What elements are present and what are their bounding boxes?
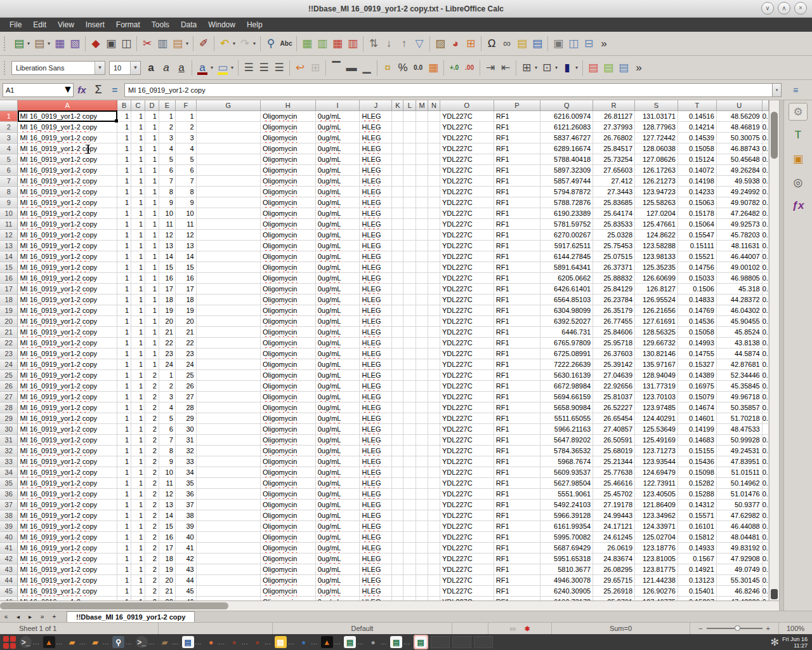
cell-L22[interactable] <box>403 337 416 348</box>
cell-S41[interactable]: 123.18776 <box>635 542 678 553</box>
last-sheet-button[interactable]: » <box>36 611 48 622</box>
row-header-34[interactable]: 34 <box>0 467 18 477</box>
cell-A40[interactable]: MI 16_0919_yor1-2 copy <box>18 531 117 542</box>
cell-K34[interactable] <box>392 467 403 477</box>
cell-N4[interactable] <box>428 143 440 154</box>
cell-H23[interactable]: Oligomycin <box>260 348 315 359</box>
cell-E43[interactable]: 19 <box>159 564 175 574</box>
cell-D7[interactable]: 1 <box>145 175 159 186</box>
cell-T36[interactable]: 0.15288 <box>678 488 716 499</box>
titlebar[interactable]: !!Dbase_MI 16_0919_yor1-2 copy.txt - Lib… <box>0 0 812 18</box>
cell-H39[interactable]: Oligomycin <box>260 521 315 531</box>
cell-R7[interactable]: 27.412 <box>593 175 635 186</box>
column-header-K[interactable]: K <box>392 100 403 110</box>
cell-D27[interactable]: 2 <box>145 391 159 402</box>
cell-G28[interactable] <box>196 402 260 413</box>
cell-M19[interactable] <box>416 305 428 315</box>
zoom-out-icon[interactable]: − <box>698 625 702 632</box>
cell-K40[interactable] <box>392 531 403 542</box>
cell-N37[interactable] <box>428 499 440 510</box>
cell-D31[interactable]: 2 <box>145 434 159 445</box>
row-header-29[interactable]: 29 <box>0 413 18 423</box>
cell-C39[interactable]: 1 <box>131 521 145 531</box>
cell-B33[interactable]: 1 <box>117 456 131 467</box>
cell-S18[interactable]: 126.95524 <box>635 294 678 305</box>
cell-Q34[interactable]: 5609.93537 <box>540 467 593 477</box>
taskbar-document-viewer-icon[interactable]: ⚲ <box>112 636 124 648</box>
cell-L19[interactable] <box>403 305 416 315</box>
cell-G4[interactable] <box>196 143 260 154</box>
cell-U33[interactable]: 47.83951 <box>716 456 762 467</box>
cell-N21[interactable] <box>428 326 440 337</box>
column-header-R[interactable]: R <box>593 100 635 110</box>
cell-B8[interactable]: 1 <box>117 186 131 197</box>
cell-R44[interactable]: 29.65715 <box>593 574 635 585</box>
cell-E39[interactable]: 15 <box>159 521 175 531</box>
cell-C25[interactable]: 1 <box>131 369 145 380</box>
cell-N14[interactable] <box>428 251 440 262</box>
cell-R16[interactable]: 25.88832 <box>593 272 635 283</box>
cell-B4[interactable]: 1 <box>117 143 131 154</box>
hyperlink-icon[interactable]: ∞ <box>499 36 514 52</box>
cell-T4[interactable]: 0.15058 <box>678 143 716 154</box>
cell-R23[interactable]: 26.37603 <box>593 348 635 359</box>
sum-icon[interactable]: Σ <box>90 83 107 96</box>
cell-S40[interactable]: 125.02704 <box>635 531 678 542</box>
cell-H32[interactable]: Oligomycin <box>260 445 315 456</box>
cell-N8[interactable] <box>428 186 440 197</box>
cell-C41[interactable]: 1 <box>131 542 145 553</box>
cell-L11[interactable] <box>403 218 416 229</box>
taskbar-calc-icon[interactable]: ▤ <box>344 636 356 648</box>
cell-U7[interactable]: 49.5938 <box>716 175 762 186</box>
cell-N43[interactable] <box>428 564 440 574</box>
cell-H41[interactable]: Oligomycin <box>260 542 315 553</box>
cell-O18[interactable]: YDL227C <box>440 294 494 305</box>
cell-L1[interactable] <box>403 110 416 121</box>
cell-T17[interactable]: 0.1506 <box>678 283 716 294</box>
cell-J21[interactable]: HLEG <box>360 326 392 337</box>
menu-data[interactable]: Data <box>175 19 202 30</box>
highlight-color-icon[interactable]: ▭ <box>215 60 230 76</box>
cell-T23[interactable]: 0.14755 <box>678 348 716 359</box>
cell-D17[interactable]: 1 <box>145 283 159 294</box>
cell-U31[interactable]: 50.99928 <box>716 434 762 445</box>
cell-L6[interactable] <box>403 164 416 175</box>
column-header-I[interactable]: I <box>315 100 360 110</box>
cell-D2[interactable]: 1 <box>145 121 159 132</box>
cell-F44[interactable]: 44 <box>175 574 196 585</box>
cell-L40[interactable] <box>403 531 416 542</box>
cell-G39[interactable] <box>196 521 260 531</box>
cell-A8[interactable]: MI 16_0919_yor1-2 copy <box>18 186 117 197</box>
cell-F16[interactable]: 16 <box>175 272 196 283</box>
cell-H34[interactable]: Oligomycin <box>260 467 315 477</box>
cell-S26[interactable]: 131.77319 <box>635 380 678 391</box>
border-style-dropdown-icon[interactable]: ▾ <box>553 65 560 70</box>
cell-M28[interactable] <box>416 402 428 413</box>
cell-I14[interactable]: 0ug/mL <box>315 251 360 262</box>
cell-F38[interactable]: 38 <box>175 510 196 521</box>
cell-Q5[interactable]: 5788.40418 <box>540 154 593 164</box>
cell-P42[interactable]: RF1 <box>494 553 540 564</box>
cell-A5[interactable]: MI 16_0919_yor1-2 copy <box>18 154 117 164</box>
cell-D45[interactable]: 2 <box>145 585 159 596</box>
cell-Q13[interactable]: 5917.62511 <box>540 240 593 251</box>
cell-D40[interactable]: 2 <box>145 531 159 542</box>
cell-A29[interactable]: MI 16_0919_yor1-2 copy <box>18 413 117 423</box>
cell-F27[interactable]: 27 <box>175 391 196 402</box>
cell-G20[interactable] <box>196 315 260 326</box>
cell-N29[interactable] <box>428 413 440 423</box>
cell-F17[interactable]: 17 <box>175 283 196 294</box>
cell-O45[interactable]: YDL227C <box>440 585 494 596</box>
toolbar-grip[interactable] <box>4 61 8 75</box>
cell-partial-22[interactable]: 0. <box>762 337 768 348</box>
cell-T37[interactable]: 0.14312 <box>678 499 716 510</box>
cell-P34[interactable]: RF1 <box>494 467 540 477</box>
cell-U18[interactable]: 44.28372 <box>716 294 762 305</box>
cell-B35[interactable]: 1 <box>117 477 131 488</box>
cell-H31[interactable]: Oligomycin <box>260 434 315 445</box>
cell-J37[interactable]: HLEG <box>360 499 392 510</box>
cell-R12[interactable]: 25.0328 <box>593 229 635 240</box>
cell-J44[interactable]: HLEG <box>360 574 392 585</box>
cell-J12[interactable]: HLEG <box>360 229 392 240</box>
save-icon[interactable]: ▦ <box>52 36 67 52</box>
